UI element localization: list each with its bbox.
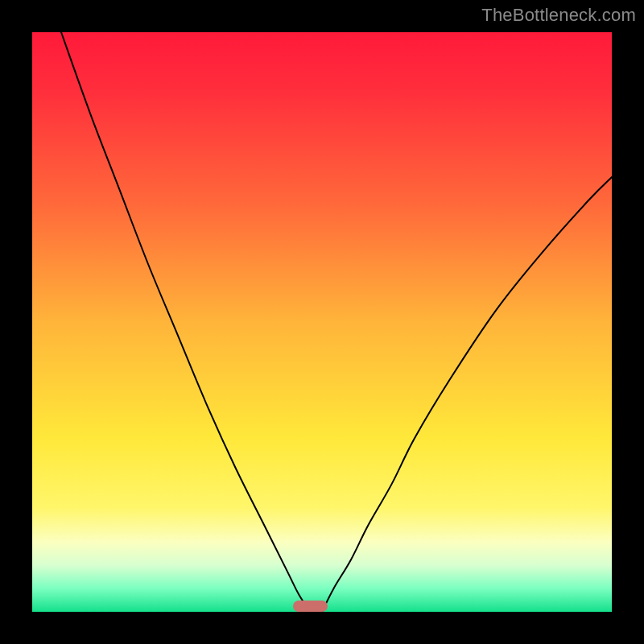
- chart-frame: TheBottleneck.com: [0, 0, 644, 644]
- bottleneck-curve: [32, 32, 612, 612]
- plot-area: [32, 32, 612, 612]
- optimal-marker: [293, 601, 328, 612]
- watermark-text: TheBottleneck.com: [481, 5, 636, 26]
